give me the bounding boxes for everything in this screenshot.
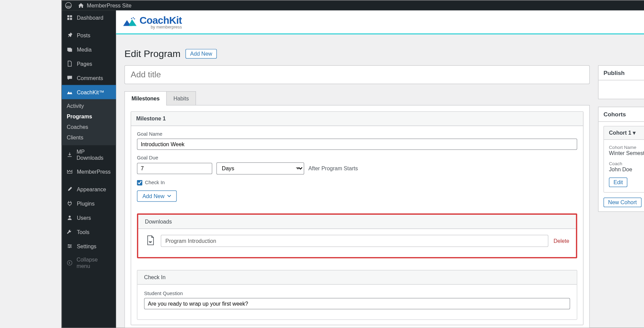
goal-name-input[interactable] [137,138,577,150]
home-icon [78,2,84,9]
new-cohort-button[interactable]: New Cohort [603,197,641,207]
brush-icon [66,186,73,193]
goal-due-label: Goal Due [137,155,577,161]
downloads-box: Downloads Delete [137,213,577,258]
submenu-coaches[interactable]: Coaches [62,122,116,132]
wp-logo[interactable] [65,2,72,9]
svg-point-1 [68,216,70,218]
download-icon [66,151,73,158]
checkin-checkbox[interactable] [137,180,142,185]
milestone-add-new-button[interactable]: Add New [137,190,176,201]
download-delete-link[interactable]: Delete [553,238,569,244]
menu-comments[interactable]: Comments [62,71,116,85]
menu-memberpress[interactable]: MemberPress [62,165,116,179]
cohort-name-label: Cohort Name [609,145,644,150]
submenu-activity[interactable]: Activity [62,101,116,111]
menu-appearance[interactable]: Appearance [62,182,116,196]
program-tabs: Milestones Habits [124,91,589,105]
site-name: MemberPress Site [87,2,131,9]
tab-panel-milestones: Milestone 1 Goal Name Goal Due [124,105,589,328]
chevron-down-icon [167,193,171,199]
checkin-box: Check In Student Question [137,270,577,320]
coach-value: John Doe [609,166,644,173]
collapse-icon [66,259,73,267]
file-pdf-icon [145,235,155,247]
menu-tools[interactable]: Tools [62,225,116,239]
student-question-label: Student Question [144,290,570,296]
publish-postbox: Publish ˄ ˅ ▴ i [598,65,644,99]
svg-point-5 [67,261,72,265]
goal-due-amount-input[interactable] [137,163,212,174]
add-new-program-button[interactable]: Add New [185,49,216,58]
download-name-input[interactable] [161,235,548,247]
page-icon [66,60,73,67]
menu-coachkit[interactable]: CoachKit™ [62,85,116,99]
coachkit-logo: CoachKit by memberpress [123,15,182,29]
menu-collapse[interactable]: Collapse menu [62,253,116,273]
download-row: Delete [145,235,569,247]
svg-point-6 [131,18,132,19]
memberpress-icon [66,168,73,175]
wrench-icon [66,228,73,236]
checkin-heading: Check In [137,270,577,285]
menu-posts[interactable]: Posts [62,28,116,42]
wordpress-icon [65,2,72,9]
comment-icon [66,74,73,81]
cohort-name-value: Winter Semester Group [609,150,644,156]
menu-media[interactable]: Media [62,42,116,57]
cohort-toggle[interactable]: Cohort 1 ▾ [604,127,644,140]
media-icon [66,46,73,53]
coachkit-icon [66,88,73,96]
menu-pages[interactable]: Pages [62,57,116,71]
goal-due-unit-select[interactable]: Days [216,162,304,175]
publish-title: Publish [603,70,624,76]
goal-name-label: Goal Name [137,131,577,137]
checkin-checkbox-row[interactable]: Check In [137,179,577,185]
menu-plugins[interactable]: Plugins [62,196,116,211]
milestone-box: Milestone 1 Goal Name Goal Due [130,111,583,325]
user-icon [66,214,73,221]
dashboard-icon [66,14,73,21]
page-title: Edit Program [124,48,181,59]
menu-dashboard[interactable]: Dashboard [62,11,116,25]
downloads-heading: Downloads [138,215,576,229]
tab-milestones[interactable]: Milestones [124,91,167,105]
cohorts-title: Cohorts [603,111,626,118]
admin-sidebar: Dashboard Posts Media Pages Comments Coa… [62,11,116,328]
submenu-coachkit: Activity Programs Coaches Clients [62,99,116,145]
menu-settings[interactable]: Settings [62,239,116,253]
brand-bar: CoachKit by memberpress Support [116,11,644,34]
plug-icon [66,200,73,207]
main-area: CoachKit by memberpress Support Screen O… [116,11,644,328]
milestone-heading: Milestone 1 [131,112,583,126]
svg-point-7 [132,17,133,18]
program-title-input[interactable] [124,65,589,84]
submenu-clients[interactable]: Clients [62,132,116,143]
menu-mp-downloads[interactable]: MP Downloads [62,145,116,165]
cohort-edit-button[interactable]: Edit [609,177,627,187]
tab-habits[interactable]: Habits [167,91,196,105]
menu-users[interactable]: Users [62,211,116,225]
coach-label: Coach [609,161,644,166]
pin-icon [66,32,73,39]
svg-point-8 [134,18,135,19]
site-home-link[interactable]: MemberPress Site [78,2,131,9]
sliders-icon [66,242,73,250]
cohorts-postbox: Cohorts ˄ ˅ ▴ Cohort 1 ▾ Coh [598,107,644,212]
mountain-icon [123,17,137,27]
student-question-input[interactable] [144,298,570,309]
admin-bar: MemberPress Site [62,0,644,11]
after-program-starts-text: After Program Starts [308,165,358,172]
checkin-checkbox-label: Check In [145,179,164,185]
submenu-programs[interactable]: Programs [62,111,116,122]
cohort-item: Cohort 1 ▾ Cohort Name Winter Semester G… [603,126,644,192]
